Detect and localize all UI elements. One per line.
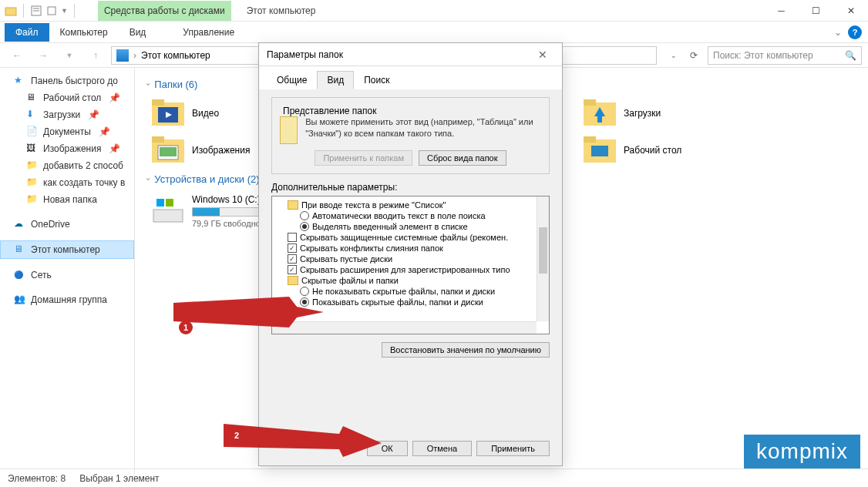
properties-icon[interactable]: [30, 5, 42, 17]
group-icon: [14, 294, 26, 306]
refresh-button[interactable]: ⟳: [685, 46, 703, 65]
desktop-icon: 🖥: [26, 92, 39, 104]
close-button[interactable]: ✕: [833, 0, 868, 22]
tab-search[interactable]: Поиск: [354, 71, 399, 89]
check-hide-merge[interactable]: [288, 244, 297, 253]
ribbon-computer-tab[interactable]: Компьютер: [49, 23, 119, 42]
check-hide-system[interactable]: [288, 233, 297, 242]
sidebar-folder-add2[interactable]: добавить 2 способ: [0, 157, 134, 174]
fieldset-folder-view: Представление папок: [280, 106, 379, 116]
ribbon-context-tab[interactable]: Средства работы с дисками: [98, 1, 231, 21]
vertical-scrollbar[interactable]: [537, 196, 549, 321]
sidebar-homegroup[interactable]: Домашняя группа: [0, 291, 134, 308]
folder-icon: [26, 176, 39, 189]
annotation-arrow-1: [173, 297, 328, 327]
document-icon: [26, 126, 39, 138]
sidebar-this-pc[interactable]: Этот компьютер: [0, 240, 134, 259]
annotation-badge-1: 1: [179, 321, 193, 334]
svg-rect-22: [166, 199, 173, 207]
picture-folder-icon: [152, 136, 184, 164]
cloud-icon: [14, 218, 26, 230]
svg-rect-4: [48, 7, 56, 15]
sidebar-documents[interactable]: Документы📌: [0, 123, 134, 140]
recent-dropdown[interactable]: ▼: [59, 46, 80, 65]
radio-hide-hidden[interactable]: [300, 287, 309, 296]
status-elements: Элементов: 8: [8, 473, 66, 484]
sidebar-downloads[interactable]: Загрузки📌: [0, 106, 134, 123]
reset-folders-button[interactable]: Сброс вида папок: [419, 150, 506, 166]
sidebar-folder-create[interactable]: как создать точку в: [0, 174, 134, 191]
svg-rect-18: [584, 136, 596, 143]
cancel-button[interactable]: Отмена: [412, 441, 472, 456]
search-icon: 🔍: [845, 50, 856, 61]
advanced-label: Дополнительные параметры:: [271, 182, 550, 193]
ribbon-view-tab[interactable]: Вид: [119, 23, 157, 42]
ribbon-file-tab[interactable]: Файл: [5, 23, 49, 42]
forward-button[interactable]: →: [32, 46, 54, 65]
svg-rect-12: [597, 116, 602, 123]
folder-icon: [26, 193, 39, 206]
svg-rect-20: [153, 210, 183, 222]
navigation-sidebar: Панель быстрого до 🖥Рабочий стол📌 Загруз…: [0, 68, 135, 476]
help-icon[interactable]: ?: [848, 25, 862, 39]
status-bar: Элементов: 8 Выбран 1 элемент: [0, 469, 868, 487]
window-title: Этот компьютер: [247, 5, 316, 16]
maximize-button[interactable]: ☐: [799, 0, 833, 22]
network-icon: [14, 269, 26, 281]
ribbon-manage-tab[interactable]: Управление: [164, 23, 253, 42]
download-icon: [26, 109, 39, 121]
folder-icon: [288, 200, 298, 210]
folder-icon: [26, 160, 39, 172]
svg-rect-6: [152, 99, 164, 106]
drive-icon: [152, 194, 184, 227]
video-folder-icon: [152, 99, 184, 127]
sidebar-quick-access[interactable]: Панель быстрого до: [0, 72, 134, 89]
svg-rect-14: [152, 136, 164, 143]
svg-rect-10: [584, 99, 596, 106]
address-dropdown[interactable]: ⌄: [664, 46, 683, 65]
minimize-button[interactable]: ─: [764, 0, 799, 22]
svg-rect-19: [591, 146, 608, 156]
apply-to-folders-button: Применить к папкам: [315, 150, 412, 166]
dialog-close-button[interactable]: ✕: [531, 49, 554, 61]
tab-view[interactable]: Вид: [317, 71, 354, 89]
folder-desktop[interactable]: Рабочий стол: [579, 132, 779, 169]
folder-view-icon: [280, 116, 298, 144]
new-icon[interactable]: [45, 5, 58, 17]
ribbon: Файл Компьютер Вид Управление ⌄ ?: [0, 22, 868, 43]
check-hide-ext[interactable]: [288, 265, 297, 274]
back-button[interactable]: ←: [6, 46, 28, 65]
svg-marker-23: [173, 297, 324, 327]
sidebar-onedrive[interactable]: OneDrive: [0, 216, 134, 233]
folder-downloads[interactable]: Загрузки: [579, 95, 779, 132]
pc-icon: [14, 244, 26, 256]
svg-marker-24: [224, 424, 382, 457]
sidebar-network[interactable]: Сеть: [0, 267, 134, 284]
svg-rect-16: [160, 147, 177, 156]
address-path: Этот компьютер: [141, 50, 210, 61]
dialog-title-bar[interactable]: Параметры папок ✕: [259, 43, 562, 66]
folder-icon: [288, 276, 298, 285]
folder-view-text: Вы можете применить этот вид (например, …: [305, 116, 541, 140]
search-input[interactable]: Поиск: Этот компьютер 🔍: [708, 46, 862, 65]
title-bar: ▼ Средства работы с дисками Этот компьют…: [0, 0, 868, 22]
radio-select-item[interactable]: [300, 222, 309, 231]
search-placeholder: Поиск: Этот компьютер: [713, 50, 813, 61]
apply-button[interactable]: Применить: [476, 441, 550, 456]
check-hide-empty[interactable]: [288, 254, 297, 264]
sidebar-pictures[interactable]: Изображения📌: [0, 140, 134, 157]
folder-icon: [5, 5, 17, 17]
sidebar-folder-new[interactable]: Новая папка: [0, 191, 134, 208]
sidebar-desktop[interactable]: 🖥Рабочий стол📌: [0, 89, 134, 106]
radio-auto-search[interactable]: [300, 211, 309, 220]
folder-options-dialog: Параметры папок ✕ Общие Вид Поиск Предст…: [258, 42, 563, 466]
annotation-arrow-2: [224, 420, 385, 458]
ribbon-expand-icon[interactable]: ⌄: [834, 27, 842, 38]
picture-icon: [26, 143, 39, 155]
up-button[interactable]: ↑: [85, 46, 106, 65]
watermark: kompmix: [744, 435, 860, 469]
tab-general[interactable]: Общие: [267, 71, 317, 89]
desktop-folder-icon: [584, 136, 616, 164]
status-selected: Выбран 1 элемент: [79, 473, 159, 484]
restore-defaults-button[interactable]: Восстановить значения по умолчанию: [382, 342, 550, 358]
